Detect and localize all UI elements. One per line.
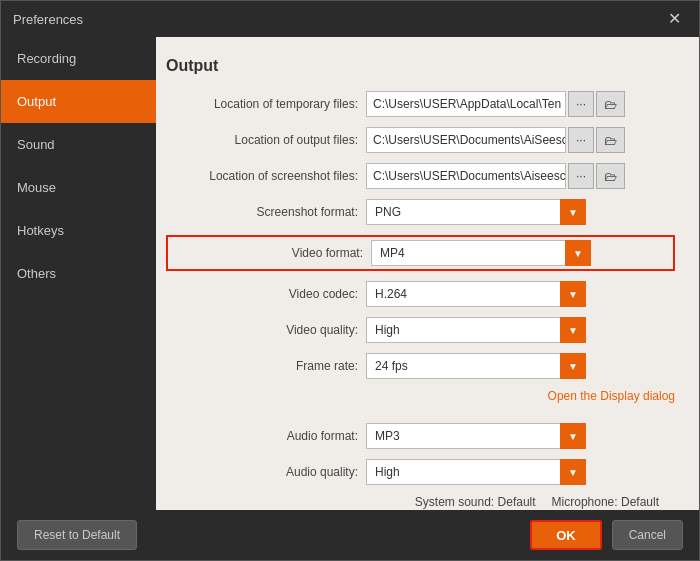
frame-rate-label: Frame rate: bbox=[166, 359, 366, 373]
temp-files-dots-button[interactable]: ··· bbox=[568, 91, 594, 117]
dialog-title: Preferences bbox=[13, 12, 83, 27]
video-format-row: Video format: MP4 AVI MOV WMV ▼ bbox=[166, 235, 675, 271]
sidebar-item-mouse[interactable]: Mouse bbox=[1, 166, 156, 209]
footer: Reset to Default OK Cancel bbox=[1, 510, 699, 560]
screenshot-files-path: C:\Users\USER\Documents\Aiseesc bbox=[366, 163, 566, 189]
sidebar-item-recording[interactable]: Recording bbox=[1, 37, 156, 80]
output-section-title: Output bbox=[166, 57, 675, 75]
screenshot-files-label: Location of screenshot files: bbox=[166, 169, 366, 183]
system-sound-info: System sound: Default bbox=[415, 495, 536, 509]
video-codec-label: Video codec: bbox=[166, 287, 366, 301]
video-codec-row: Video codec: H.264 H.265 ▼ bbox=[166, 281, 675, 307]
screenshot-files-dots-button[interactable]: ··· bbox=[568, 163, 594, 189]
audio-format-row: Audio format: MP3 AAC WAV ▼ bbox=[166, 423, 675, 449]
screenshot-files-folder-button[interactable]: 🗁 bbox=[596, 163, 625, 189]
display-dialog-link-row: Open the Display dialog bbox=[166, 389, 675, 403]
audio-format-select[interactable]: MP3 AAC WAV bbox=[366, 423, 586, 449]
audio-quality-select[interactable]: High Medium Low bbox=[366, 459, 586, 485]
video-quality-select[interactable]: High Medium Low bbox=[366, 317, 586, 343]
video-format-select-wrapper: MP4 AVI MOV WMV ▼ bbox=[371, 240, 591, 266]
video-quality-select-wrapper: High Medium Low ▼ bbox=[366, 317, 586, 343]
audio-format-select-wrapper: MP3 AAC WAV ▼ bbox=[366, 423, 586, 449]
sidebar-item-sound[interactable]: Sound bbox=[1, 123, 156, 166]
frame-rate-select[interactable]: 24 fps 30 fps 60 fps bbox=[366, 353, 586, 379]
video-quality-row: Video quality: High Medium Low ▼ bbox=[166, 317, 675, 343]
screenshot-files-row: Location of screenshot files: C:\Users\U… bbox=[166, 163, 675, 189]
audio-quality-label: Audio quality: bbox=[166, 465, 366, 479]
footer-right: OK Cancel bbox=[530, 520, 683, 550]
preferences-dialog: Preferences ✕ Recording Output Sound Mou… bbox=[0, 0, 700, 561]
output-files-label: Location of output files: bbox=[166, 133, 366, 147]
close-button[interactable]: ✕ bbox=[662, 9, 687, 29]
system-info-row: System sound: Default Microphone: Defaul… bbox=[166, 495, 675, 509]
main-content: Recording Output Sound Mouse Hotkeys Oth… bbox=[1, 37, 699, 510]
video-format-label: Video format: bbox=[171, 246, 371, 260]
frame-rate-row: Frame rate: 24 fps 30 fps 60 fps ▼ bbox=[166, 353, 675, 379]
reset-to-default-button[interactable]: Reset to Default bbox=[17, 520, 137, 550]
video-format-select[interactable]: MP4 AVI MOV WMV bbox=[371, 240, 591, 266]
audio-quality-select-wrapper: High Medium Low ▼ bbox=[366, 459, 586, 485]
output-files-dots-button[interactable]: ··· bbox=[568, 127, 594, 153]
screenshot-files-input-group: C:\Users\USER\Documents\Aiseesc ··· 🗁 bbox=[366, 163, 675, 189]
open-display-dialog-link[interactable]: Open the Display dialog bbox=[548, 389, 675, 403]
video-codec-select-wrapper: H.264 H.265 ▼ bbox=[366, 281, 586, 307]
audio-quality-row: Audio quality: High Medium Low ▼ bbox=[166, 459, 675, 485]
video-codec-select[interactable]: H.264 H.265 bbox=[366, 281, 586, 307]
output-files-row: Location of output files: C:\Users\USER\… bbox=[166, 127, 675, 153]
output-files-input-group: C:\Users\USER\Documents\AiSeesc ··· 🗁 bbox=[366, 127, 675, 153]
temp-files-path: C:\Users\USER\AppData\Local\Ten bbox=[366, 91, 566, 117]
frame-rate-select-wrapper: 24 fps 30 fps 60 fps ▼ bbox=[366, 353, 586, 379]
content-area: Output Location of temporary files: C:\U… bbox=[156, 37, 699, 510]
output-files-folder-button[interactable]: 🗁 bbox=[596, 127, 625, 153]
temp-files-folder-button[interactable]: 🗁 bbox=[596, 91, 625, 117]
microphone-info: Microphone: Default bbox=[552, 495, 659, 509]
screenshot-format-label: Screenshot format: bbox=[166, 205, 366, 219]
screenshot-format-select-wrapper: PNG JPG BMP ▼ bbox=[366, 199, 586, 225]
sidebar: Recording Output Sound Mouse Hotkeys Oth… bbox=[1, 37, 156, 510]
sidebar-item-output[interactable]: Output bbox=[1, 80, 156, 123]
ok-button[interactable]: OK bbox=[530, 520, 602, 550]
audio-format-label: Audio format: bbox=[166, 429, 366, 443]
temp-files-row: Location of temporary files: C:\Users\US… bbox=[166, 91, 675, 117]
temp-files-label: Location of temporary files: bbox=[166, 97, 366, 111]
screenshot-format-row: Screenshot format: PNG JPG BMP ▼ bbox=[166, 199, 675, 225]
sidebar-item-others[interactable]: Others bbox=[1, 252, 156, 295]
video-quality-label: Video quality: bbox=[166, 323, 366, 337]
cancel-button[interactable]: Cancel bbox=[612, 520, 683, 550]
output-files-path: C:\Users\USER\Documents\AiSeesc bbox=[366, 127, 566, 153]
screenshot-format-select[interactable]: PNG JPG BMP bbox=[366, 199, 586, 225]
temp-files-input-group: C:\Users\USER\AppData\Local\Ten ··· 🗁 bbox=[366, 91, 675, 117]
sidebar-item-hotkeys[interactable]: Hotkeys bbox=[1, 209, 156, 252]
title-bar: Preferences ✕ bbox=[1, 1, 699, 37]
